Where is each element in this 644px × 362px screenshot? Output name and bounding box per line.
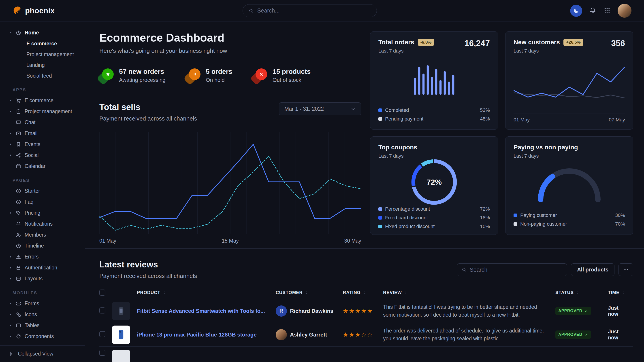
quick-stat: 5 ordersOn hold — [186, 68, 232, 83]
column-header-status[interactable]: STATUS — [556, 290, 608, 295]
sidebar-item-icons[interactable]: Icons — [9, 309, 80, 320]
top-coupons-legend: Percentage discount72%Fixed card discoun… — [378, 205, 490, 230]
rating-cell: ★★★★★ — [343, 308, 383, 315]
sidebar-item-starter[interactable]: Starter — [9, 186, 80, 197]
pause-icon — [189, 68, 200, 80]
notifications-button[interactable] — [589, 7, 596, 14]
column-label: PRODUCT — [137, 290, 160, 295]
column-header-review[interactable]: REVIEW — [383, 290, 556, 295]
column-label: RATING — [343, 290, 361, 295]
apps-grid-button[interactable] — [603, 7, 611, 14]
sidebar-item-authentication[interactable]: Authentication — [9, 262, 80, 273]
row-checkbox[interactable] — [99, 331, 106, 337]
question-icon — [16, 199, 21, 205]
all-products-button[interactable]: All products — [571, 263, 614, 276]
quick-stat: 57 new ordersAwating processing — [99, 68, 166, 83]
theme-toggle-button[interactable] — [570, 5, 582, 17]
select-all-checkbox[interactable] — [99, 290, 106, 296]
column-header-customer[interactable]: CUSTOMER — [276, 290, 343, 295]
sidebar-item-label: Chat — [24, 119, 36, 125]
sidebar-item-label: Tables — [24, 323, 40, 329]
sidebar-item-project-management[interactable]: Project management — [9, 49, 80, 60]
chat-icon — [16, 120, 21, 125]
column-header-product[interactable]: PRODUCT — [137, 290, 276, 295]
legend-item: Percentage discount72% — [378, 205, 490, 213]
card-period: Last 7 days — [378, 48, 434, 54]
reviews-search-input[interactable] — [470, 267, 562, 273]
sidebar-item-label: Project management — [26, 51, 74, 57]
sidebar-item-layouts[interactable]: Layouts — [9, 273, 80, 284]
sidebar-item-email[interactable]: Email — [9, 128, 80, 139]
stat-icon-wrap — [99, 68, 114, 83]
sidebar-item-components[interactable]: Components — [9, 331, 80, 342]
collapse-icon — [9, 351, 15, 357]
new-customers-value: 356 — [611, 39, 625, 48]
reviews-controls: All products — [457, 263, 633, 276]
product-link[interactable]: iPhone 13 pro max-Pacific Blue-128GB sto… — [137, 332, 270, 338]
more-options-button[interactable] — [618, 263, 633, 276]
phoenix-logo[interactable]: phoenix — [12, 6, 54, 15]
sidebar-item-home[interactable]: Home — [9, 27, 80, 38]
sidebar-item-notifications[interactable]: Notifications — [9, 218, 80, 229]
global-search-input[interactable] — [257, 7, 371, 14]
date-range-select[interactable]: Mar 1 - 31, 2022 — [279, 102, 361, 115]
card-title: Paying vs non paying — [514, 144, 625, 151]
column-header-time[interactable]: TIME — [608, 290, 633, 295]
row-checkbox[interactable] — [99, 350, 106, 356]
sidebar-item-social-feed[interactable]: Social feed — [9, 70, 80, 81]
card-period: Last 7 days — [514, 48, 583, 54]
sidebar-item-chat[interactable]: Chat — [9, 117, 80, 128]
bell-icon — [590, 7, 596, 14]
row-checkbox[interactable] — [99, 308, 106, 314]
customer-avatar[interactable]: R — [276, 306, 287, 317]
sidebar-section-label: PAGES — [9, 178, 80, 183]
x-icon — [256, 68, 267, 80]
sidebar-item-faq[interactable]: Faq — [9, 197, 80, 208]
sidebar-item-label: Members — [24, 232, 46, 238]
cart-icon — [16, 98, 21, 103]
clock-icon — [16, 243, 21, 249]
sidebar-item-social[interactable]: Social — [9, 150, 80, 161]
sidebar-item-timeline[interactable]: Timeline — [9, 240, 80, 251]
card-title: Total orders — [378, 39, 414, 46]
legend-label: Non-paying customer — [520, 221, 567, 227]
sidebar-item-calendar[interactable]: Calendar — [9, 161, 80, 172]
collapse-view-toggle[interactable]: Collapsed View — [0, 346, 85, 362]
customer-cell: Ashley Garrett — [276, 329, 343, 340]
sidebar-item-errors[interactable]: Errors — [9, 251, 80, 262]
caret-right-icon — [9, 132, 16, 135]
card-title: New customers — [514, 39, 560, 46]
sidebar-item-e-commerce[interactable]: E commerce — [9, 38, 80, 49]
sidebar-item-tables[interactable]: Tables — [9, 320, 80, 331]
sidebar-item-members[interactable]: Members — [9, 229, 80, 240]
date-range-value: Mar 1 - 31, 2022 — [284, 106, 324, 112]
user-avatar[interactable] — [618, 4, 632, 18]
sidebar-item-pricing[interactable]: Pricing — [9, 208, 80, 218]
total-sells-x-axis: 01 May 15 May 30 May — [99, 238, 361, 244]
column-header-rating[interactable]: RATING — [343, 290, 383, 295]
clipboard-icon — [16, 109, 21, 114]
sidebar-item-project-management[interactable]: Project management — [9, 106, 80, 117]
sidebar-item-forms[interactable]: Forms — [9, 298, 80, 309]
legend-value: 10% — [480, 224, 490, 229]
paying-vs-non-paying-card: Paying vs non paying Last 7 days Paying … — [505, 136, 633, 235]
share-icon — [16, 152, 21, 158]
stat-text: 5 ordersOn hold — [206, 68, 232, 83]
legend-swatch — [378, 216, 382, 220]
sidebar-item-events[interactable]: Events — [9, 139, 80, 150]
sidebar-item-e-commerce[interactable]: E commerce — [9, 95, 80, 106]
customer-avatar[interactable] — [276, 329, 287, 340]
sidebar-section-label: APPS — [9, 87, 80, 92]
navbar-center — [54, 4, 565, 17]
product-link[interactable]: Fitbit Sense Advanced Smartwatch with To… — [137, 308, 270, 314]
caret-right-icon — [9, 302, 16, 305]
sidebar: HomeE commerceProject managementLandingS… — [0, 21, 85, 362]
legend-value: 72% — [480, 206, 490, 212]
legend-item: Fixed product discount10% — [378, 223, 490, 230]
reviews-table-header: PRODUCTCUSTOMERRATINGREVIEWSTATUSTIME — [99, 286, 633, 299]
legend-value: 18% — [480, 215, 490, 221]
sidebar-item-landing[interactable]: Landing — [9, 60, 80, 70]
quick-stat: 15 productsOut of stock — [253, 68, 310, 83]
sidebar-item-label: Email — [24, 130, 38, 136]
total-orders-legend: Completed52%Pending payment48% — [378, 106, 490, 123]
